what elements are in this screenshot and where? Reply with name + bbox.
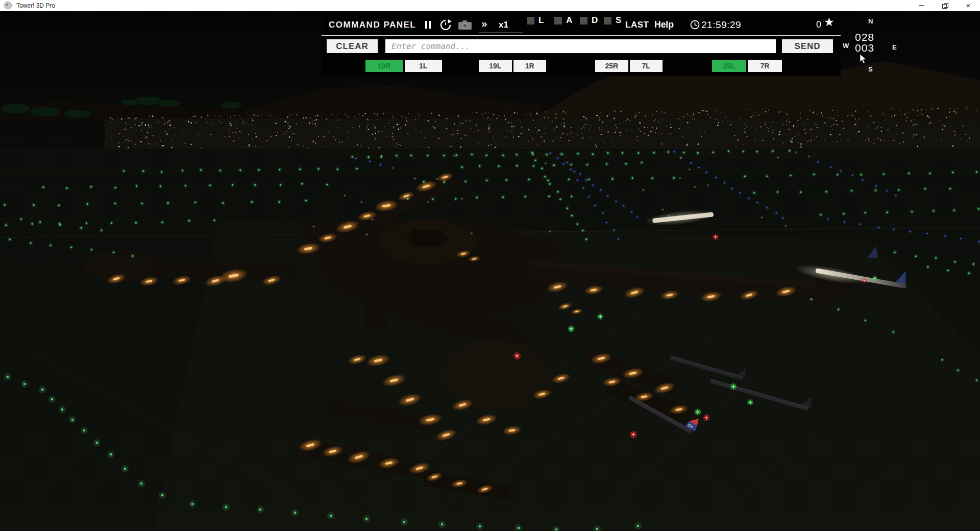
runway-button-19R[interactable]: 19R bbox=[365, 60, 403, 72]
camera-button[interactable] bbox=[458, 20, 472, 30]
runway-button-1R[interactable]: 1R bbox=[513, 60, 547, 72]
speed-underline bbox=[479, 32, 523, 33]
runway-button-7L[interactable]: 7L bbox=[630, 60, 663, 72]
compass-south: S bbox=[868, 65, 873, 73]
window-title: Tower! 3D Pro bbox=[16, 2, 55, 9]
replay-time-button[interactable] bbox=[439, 19, 452, 31]
runway-button-19L[interactable]: 19L bbox=[479, 60, 512, 72]
send-button[interactable]: SEND bbox=[782, 39, 833, 53]
compass-north: N bbox=[868, 17, 873, 25]
command-panel-title: COMMAND PANEL bbox=[329, 20, 416, 30]
help-button[interactable]: Help bbox=[654, 19, 674, 30]
runway-button-25R[interactable]: 25R bbox=[595, 60, 628, 72]
toggle-label: L bbox=[538, 15, 544, 26]
minimize-button[interactable] bbox=[910, 0, 933, 11]
minimize-icon bbox=[919, 5, 924, 6]
runway-pair-19L-1R: 19L1R bbox=[479, 60, 546, 72]
compass-east: E bbox=[892, 43, 897, 51]
tower3d-pro-window: { "window": { "title": "Tower! 3D Pro", … bbox=[0, 0, 980, 531]
star-count: 0 bbox=[816, 19, 821, 30]
runway-pair-25R-7L: 25R7L bbox=[595, 60, 663, 72]
checkbox-icon[interactable] bbox=[604, 17, 611, 25]
last-command-button[interactable]: LAST bbox=[625, 20, 649, 30]
toggle-S[interactable]: S bbox=[604, 15, 621, 26]
compass-indicator: N W E S 028 003 bbox=[840, 16, 903, 77]
checkbox-icon[interactable] bbox=[554, 17, 562, 25]
compass-west: W bbox=[843, 42, 849, 50]
camera-heading-value: 028 bbox=[855, 32, 874, 42]
restore-button[interactable] bbox=[933, 0, 957, 11]
clear-button[interactable]: CLEAR bbox=[327, 39, 378, 53]
pause-icon bbox=[429, 21, 431, 29]
runway-pair-19R-1L: 19R1L bbox=[365, 60, 442, 72]
app-icon bbox=[4, 2, 12, 9]
pause-icon bbox=[425, 21, 427, 29]
mouse-cursor bbox=[860, 54, 868, 64]
runway-button-1L[interactable]: 1L bbox=[405, 60, 443, 72]
toggle-label: S bbox=[616, 15, 621, 26]
checkbox-icon[interactable] bbox=[527, 17, 534, 25]
command-input[interactable] bbox=[385, 39, 776, 53]
toggle-L[interactable]: L bbox=[527, 15, 544, 26]
replay-time-icon bbox=[441, 19, 452, 30]
camera-pitch-value: 003 bbox=[855, 42, 874, 53]
fast-forward-button[interactable]: » bbox=[481, 17, 487, 30]
airport-night-scene[interactable]: CA bbox=[0, 0, 980, 531]
checkbox-icon[interactable] bbox=[580, 17, 587, 25]
window-controls: × bbox=[910, 0, 980, 11]
camera-icon bbox=[458, 20, 472, 30]
command-panel: COMMAND PANEL » x1 LADS LAST Help 21:59:… bbox=[322, 15, 841, 76]
sim-speed-button[interactable]: x1 bbox=[499, 20, 508, 30]
window-titlebar: Tower! 3D Pro × bbox=[0, 0, 980, 11]
clock-icon bbox=[690, 20, 700, 30]
sim-clock-time: 21:59:29 bbox=[701, 19, 741, 31]
panel-separator bbox=[322, 35, 841, 36]
close-button[interactable]: × bbox=[957, 0, 980, 11]
pause-button[interactable] bbox=[425, 21, 431, 29]
runway-pair-25L-7R: 25L7R bbox=[712, 60, 782, 72]
close-icon: × bbox=[966, 2, 971, 9]
star-icon[interactable]: ★ bbox=[824, 16, 835, 28]
toggle-A[interactable]: A bbox=[554, 15, 572, 26]
toggle-D[interactable]: D bbox=[580, 15, 598, 26]
toggle-label: A bbox=[566, 15, 572, 26]
runway-button-25L[interactable]: 25L bbox=[712, 60, 746, 72]
runway-button-7R[interactable]: 7R bbox=[748, 60, 782, 72]
restore-icon bbox=[942, 3, 947, 8]
toggle-label: D bbox=[592, 15, 598, 26]
